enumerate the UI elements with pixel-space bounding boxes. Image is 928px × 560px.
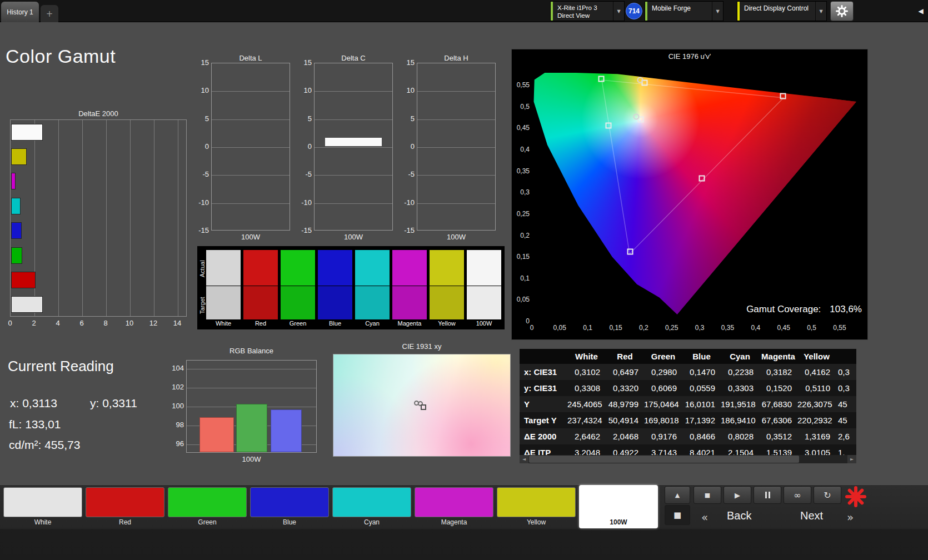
collapse-panel-button[interactable]: ◀	[915, 1, 926, 21]
marker-cyan	[605, 122, 611, 128]
pause-button[interactable]	[754, 486, 781, 504]
table-cell-partial: 0,3	[836, 383, 856, 393]
deltae-bar-white	[11, 124, 43, 141]
table-cell: 67,6830	[759, 399, 797, 409]
chevron-down-icon[interactable]: ▼	[712, 2, 723, 21]
refresh-button[interactable]: ↻	[814, 486, 841, 504]
delta-gridline	[417, 175, 495, 176]
delta-axis-tick: 5	[293, 114, 312, 123]
table-cell: 169,8018	[644, 416, 682, 425]
scrollbar-thumb[interactable]	[529, 456, 799, 463]
deltae-gridline	[178, 120, 178, 316]
delta-chart-title: Delta C	[314, 54, 393, 62]
delta-x-label: 100W	[314, 233, 393, 241]
play-button[interactable]: ▶	[724, 486, 751, 504]
actual-swatch	[355, 250, 390, 286]
deltae-axis-tick: 6	[74, 319, 89, 327]
stop-button[interactable]: ■	[693, 486, 721, 504]
cie1976-x-tick: 0	[521, 324, 543, 332]
refresh-icon: ↻	[824, 490, 831, 501]
settings-button[interactable]	[830, 1, 854, 21]
table-cell: 245,4065	[567, 399, 606, 409]
pattern-button-100w[interactable]: 100W	[579, 485, 658, 528]
session-asterisk-icon[interactable]	[844, 485, 868, 508]
add-tab-button[interactable]: +	[41, 5, 58, 22]
next-button[interactable]: Next	[800, 509, 823, 522]
scroll-left-icon[interactable]: ◄	[520, 455, 528, 463]
pattern-button-blue[interactable]: Blue	[250, 486, 329, 528]
reading-x: x: 0,3113	[10, 397, 57, 410]
table-row-label: Y	[520, 399, 567, 409]
delta-axis-tick: -15	[293, 226, 312, 234]
pattern-label: Blue	[250, 518, 329, 526]
display-control-dropdown[interactable]: Direct Display Control ▼	[737, 1, 827, 21]
table-row-y-cie31: y: CIE310,33080,33200,60690,05590,33030,…	[520, 380, 856, 396]
scroll-right-icon[interactable]: ►	[847, 455, 856, 463]
pattern-button-green[interactable]: Green	[168, 486, 247, 528]
marker-magenta	[699, 175, 705, 181]
table-cell: 0,3102	[567, 367, 606, 377]
delta-axis-tick: -10	[293, 198, 312, 207]
delta-chart-plot	[211, 63, 290, 231]
pattern-button-white[interactable]: White	[3, 486, 82, 528]
rgb-axis-tick: 102	[165, 383, 184, 391]
rgb-bar-blue	[271, 409, 302, 452]
swatch-label: 100W	[467, 320, 501, 327]
pattern-button-cyan[interactable]: Cyan	[332, 486, 411, 528]
deltae-bar-100w	[11, 296, 43, 313]
chevron-down-icon[interactable]: ▼	[613, 2, 624, 21]
deltae2000-xticks: 02468101214	[10, 319, 187, 328]
table-row-label: x: CIE31	[520, 367, 567, 377]
tab-history-1[interactable]: History 1	[1, 2, 39, 22]
loop-button[interactable]: ∞	[784, 486, 811, 504]
target-swatch	[467, 286, 501, 319]
pattern-window-button[interactable]: ■	[665, 505, 690, 525]
delta-gridline	[212, 119, 290, 120]
delta-gridline	[417, 203, 495, 204]
table-cell: 0,0559	[682, 383, 721, 393]
pattern-swatch	[497, 487, 576, 517]
stop-icon: ■	[705, 492, 710, 499]
rgb-balance-title: RGB Balance	[186, 347, 317, 355]
pattern-up-button[interactable]: ▲	[665, 486, 690, 504]
meter-dropdown[interactable]: X-Rite i1Pro 3 Direct View ▼	[550, 1, 625, 21]
pattern-swatch	[86, 487, 164, 517]
delta-gridline	[212, 91, 290, 92]
actual-target-swatch-strip: ActualTargetWhiteRedGreenBlueCyanMagenta…	[197, 246, 505, 329]
delta-chart-delta-h: Delta H151050-5-10-15100W	[417, 54, 496, 243]
swatch-column-blue: Blue	[318, 250, 352, 327]
swatch-column-magenta: Magenta	[392, 250, 427, 327]
pattern-button-magenta[interactable]: Magenta	[415, 486, 493, 528]
table-cell: 0,3303	[721, 383, 759, 393]
delta-axis-tick: 15	[190, 58, 209, 67]
pattern-button-yellow[interactable]: Yellow	[497, 486, 576, 528]
pattern-button-red[interactable]: Red	[86, 486, 164, 528]
table-cell-partial: 0,3	[836, 367, 856, 377]
table-cell: 16,0101	[682, 399, 721, 409]
gear-icon	[836, 5, 848, 17]
source-dropdown[interactable]: Mobile Forge ▼	[645, 1, 724, 21]
back-button[interactable]: Back	[727, 509, 751, 522]
cie1976-x-tick: 0,1	[577, 324, 599, 332]
cie1976-x-tick: 0,15	[605, 324, 627, 332]
cie1976-y-tick: 0,25	[513, 210, 530, 218]
cie1976-x-tick: 0,2	[632, 324, 655, 332]
table-cell: 1,3169	[797, 432, 836, 441]
rgb-bar-red	[199, 417, 234, 452]
target-swatch	[243, 286, 278, 319]
delta-gridline	[417, 147, 495, 148]
cie1976-y-tick: 0,05	[513, 296, 530, 303]
table-cell: 0,3182	[759, 367, 797, 377]
measurement-count-badge[interactable]: 714	[626, 3, 642, 19]
pattern-swatch	[579, 487, 658, 517]
table-scrollbar[interactable]: ◄ ►	[520, 455, 856, 463]
deltae-gridline	[82, 120, 83, 316]
cie1976-y-tick: 0,2	[513, 232, 530, 239]
delta-x-label: 100W	[211, 233, 290, 241]
table-row--e-2000: ΔE 20002,64622,04680,91760,84660,80280,3…	[520, 428, 856, 444]
chevron-down-icon[interactable]: ▼	[815, 2, 826, 21]
swatch-label: Green	[281, 320, 315, 327]
delta-axis-tick: 5	[396, 114, 415, 123]
deltae2000-title: DeltaE 2000	[10, 109, 187, 118]
delta-bar	[325, 137, 382, 147]
